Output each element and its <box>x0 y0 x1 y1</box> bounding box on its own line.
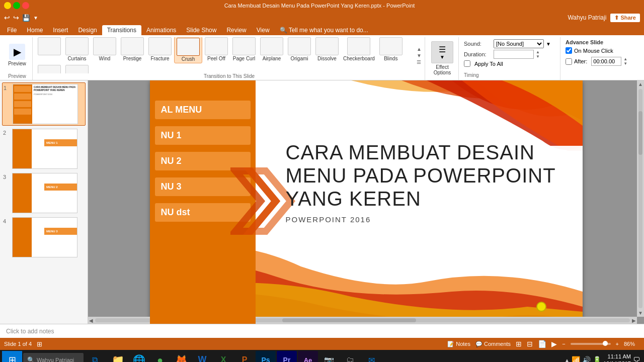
transition-origami[interactable]: Origami <box>286 37 313 63</box>
zoom-thumb[interactable] <box>603 341 608 346</box>
taskbar-app-premiere[interactable]: Pr <box>277 351 297 362</box>
action-center-icon[interactable]: 🗨 <box>633 356 640 362</box>
normal-view-button[interactable]: ⊞ <box>516 340 522 348</box>
transition-airplane[interactable]: Airplane <box>258 37 285 63</box>
after-spinner[interactable]: ▲▼ <box>623 57 627 66</box>
scroll-down-button[interactable]: ▼ <box>417 53 422 58</box>
slideshow-button[interactable]: ▶ <box>551 340 557 348</box>
systray-network-icon[interactable]: 📶 <box>572 356 580 362</box>
slide-thumb-2[interactable]: 2 MENU 1 <box>2 128 86 170</box>
taskbar-app-unknown1[interactable]: 📷 <box>319 351 339 362</box>
taskbar-app-unknown2[interactable]: 🗂 <box>340 351 360 362</box>
menu-item-al-menu[interactable]: AL MENU <box>155 101 251 119</box>
tab-view[interactable]: View <box>252 25 275 35</box>
reading-view-button[interactable]: 📄 <box>538 340 546 348</box>
systray-battery-icon[interactable]: 🔋 <box>593 356 601 362</box>
notes-placeholder[interactable]: Click to add notes <box>6 328 54 335</box>
duration-input[interactable] <box>494 50 534 59</box>
systray-clock[interactable]: 11:11 AM 10/14/2017 <box>603 353 631 362</box>
zoom-level[interactable]: 86% <box>624 341 640 347</box>
slide-thumb-3[interactable]: 3 MENU 2 <box>2 172 86 214</box>
slide-thumb-4[interactable]: 4 MENU 3 <box>2 216 86 258</box>
notes-button[interactable]: 📝 Notes <box>447 341 470 347</box>
zoom-in-button[interactable]: + <box>616 341 619 347</box>
tab-slideshow[interactable]: Slide Show <box>181 25 221 35</box>
taskbar-app-ae[interactable]: Ae <box>298 351 318 362</box>
timing-group-label: Timing <box>464 72 556 78</box>
transition-blinds[interactable]: Blinds <box>377 37 405 63</box>
slide-main[interactable]: AL MENU NU 1 NU 2 NU 3 NU dst CARA MEMBU… <box>150 80 583 324</box>
tab-home[interactable]: Home <box>22 25 48 35</box>
transition-dissolve[interactable]: Dissolve <box>313 37 341 63</box>
transition-prestige[interactable]: Prestige <box>119 37 146 63</box>
scroll-more-button[interactable]: ☰ <box>417 59 422 65</box>
transition-fracture[interactable]: Fracture <box>146 37 174 63</box>
transition-checkerboard[interactable]: Checkerboard <box>341 37 377 63</box>
slide-sorter-button[interactable]: ⊟ <box>527 340 533 348</box>
window-controls[interactable] <box>4 2 29 9</box>
taskbar-app-firefox[interactable]: 🦊 <box>171 351 191 362</box>
transition-wind[interactable]: Wind <box>91 37 118 63</box>
taskbar-search[interactable]: 🔍 Wahyu Patriagi <box>23 353 84 362</box>
transition-peel-off[interactable]: Peel Off <box>203 37 230 63</box>
maximize-button[interactable] <box>13 2 20 9</box>
user-name[interactable]: Wahyu Patriaji <box>568 14 606 21</box>
taskbar-app-edge[interactable]: 🌐 <box>129 351 149 362</box>
preview-button[interactable]: ▶ Preview <box>5 43 29 67</box>
scroll-right-button[interactable]: ▶ <box>631 318 637 323</box>
taskbar-app-chrome[interactable]: ● <box>150 351 170 362</box>
notes-bar[interactable]: Click to add notes <box>0 324 644 338</box>
transition-page-curl[interactable]: Page Curl <box>230 37 258 63</box>
slide-thumb-1[interactable]: 1 CARA MEMBUAT DESAIN MENU PADA POWERPOI… <box>2 82 86 126</box>
vertical-scrollbar[interactable]: ▲ ▼ <box>637 80 644 317</box>
transition-crush[interactable]: Crush <box>174 37 202 63</box>
taskbar-app-word[interactable]: W <box>192 351 212 362</box>
task-view-button[interactable]: ⧉ <box>85 351 105 362</box>
tab-animations[interactable]: Animations <box>141 25 181 35</box>
tab-tell-me[interactable]: 🔍 Tell me what you want to do... <box>275 25 373 35</box>
tab-insert[interactable]: Insert <box>48 25 73 35</box>
taskbar-app-ppt[interactable]: P <box>234 351 255 362</box>
systray-sound-icon[interactable]: 🔊 <box>582 356 591 362</box>
start-button[interactable]: ⊞ <box>2 351 22 362</box>
undo-button[interactable]: ↩ <box>4 14 10 22</box>
tab-design[interactable]: Design <box>73 25 102 35</box>
title-bar: Cara Membuat Desain Menu Pada PowerPoint… <box>0 0 644 11</box>
tab-file[interactable]: File <box>2 25 22 35</box>
scroll-left-button[interactable]: ◀ <box>88 318 94 323</box>
tab-transitions[interactable]: Transitions <box>102 25 141 35</box>
close-button[interactable] <box>22 2 29 9</box>
sound-dropdown-arrow[interactable]: ▼ <box>546 41 551 47</box>
transitions-scroll-controls[interactable]: ▲ ▼ ☰ <box>416 46 423 65</box>
on-mouse-click-checkbox[interactable] <box>566 47 572 54</box>
effect-options-button[interactable]: ☰ ▼ EffectOptions <box>429 39 455 77</box>
save-button[interactable]: 💾 <box>22 14 30 22</box>
menu-item-nu1[interactable]: NU 1 <box>155 126 251 145</box>
transition-curtains[interactable]: Curtains <box>63 37 91 63</box>
share-button[interactable]: ⬆ Share <box>610 14 640 22</box>
after-checkbox[interactable] <box>566 58 572 65</box>
transition-none[interactable] <box>36 37 63 63</box>
scroll-up-button[interactable]: ▲ <box>417 46 422 52</box>
apply-all-checkbox[interactable] <box>464 60 470 67</box>
taskbar-app-excel[interactable]: X <box>213 351 233 362</box>
customize-qa-button[interactable]: ▼ <box>33 15 38 21</box>
zoom-slider[interactable] <box>571 343 611 345</box>
after-time-input[interactable] <box>591 57 621 66</box>
taskbar-app-mail[interactable]: ✉ <box>361 351 381 362</box>
window-title: Cara Membuat Desain Menu Pada PowerPoint… <box>29 3 610 9</box>
sound-select[interactable]: [No Sound] <box>494 39 544 48</box>
taskbar-app-explorer[interactable]: 📁 <box>108 351 128 362</box>
duration-spinner[interactable]: ▲▼ <box>536 50 540 59</box>
scroll-down-button[interactable]: ▼ <box>637 309 644 317</box>
minimize-button[interactable] <box>4 2 11 9</box>
taskbar-app-photoshop[interactable]: Ps <box>256 351 276 362</box>
comments-button[interactable]: 💬 Comments <box>475 341 511 347</box>
transition-ripple[interactable]: Ripple <box>63 64 91 73</box>
redo-button[interactable]: ↪ <box>13 14 19 22</box>
scroll-up-button[interactable]: ▲ <box>637 80 644 88</box>
systray-chevron[interactable]: ▲ <box>565 357 570 363</box>
tab-review[interactable]: Review <box>221 25 251 35</box>
transition-clock[interactable]: Clock <box>36 64 63 73</box>
zoom-out-button[interactable]: − <box>562 341 565 347</box>
